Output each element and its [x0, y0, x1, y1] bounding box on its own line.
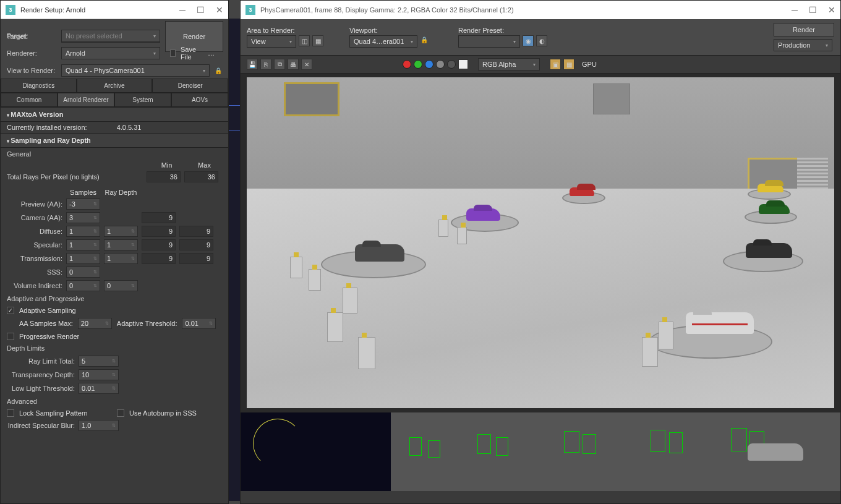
- transparency-depth-spinner[interactable]: 10: [79, 369, 119, 380]
- viewport-label: Viewport:: [349, 27, 448, 34]
- samples-spinner[interactable]: 1: [66, 226, 100, 237]
- value-2: 9: [179, 253, 213, 264]
- value-1: 9: [142, 253, 176, 264]
- row-label: Camera (AA):: [7, 214, 62, 221]
- samples-spinner[interactable]: 0: [66, 280, 100, 291]
- region-icon[interactable]: ◫: [299, 35, 310, 46]
- blue-channel-icon[interactable]: [425, 60, 433, 69]
- depth-spinner[interactable]: 1: [104, 253, 138, 264]
- delete-icon[interactable]: ✕: [301, 59, 312, 70]
- installed-version: 4.0.5.31: [117, 124, 142, 131]
- close-icon[interactable]: ✕: [828, 5, 835, 15]
- progressive-label: Progressive Render: [19, 333, 79, 340]
- sampling-row: SSS:0: [1, 265, 228, 279]
- crop-icon[interactable]: ▦: [312, 35, 323, 46]
- red-channel-icon[interactable]: [403, 60, 411, 69]
- save-file-browse[interactable]: …: [205, 48, 217, 58]
- autobump-checkbox[interactable]: [117, 409, 124, 417]
- tab-arnold-renderer[interactable]: Arnold Renderer: [58, 93, 114, 107]
- preset-icon-2[interactable]: ◐: [536, 35, 547, 46]
- copy-icon[interactable]: ⎘: [260, 59, 271, 70]
- maximize-icon[interactable]: ☐: [197, 5, 205, 15]
- adaptive-threshold-label: Adaptive Threshold:: [117, 320, 177, 327]
- samples-spinner[interactable]: 1: [66, 253, 100, 264]
- low-light-spinner[interactable]: 0.01: [79, 383, 119, 394]
- alpha-channel-icon[interactable]: [436, 60, 445, 69]
- tab-archive[interactable]: Archive: [77, 79, 153, 93]
- minimize-icon[interactable]: ─: [179, 5, 186, 15]
- transparency-depth-label: Transparency Depth:: [7, 371, 75, 378]
- total-rays-max: 36: [184, 171, 218, 182]
- value-1: 9: [142, 226, 176, 237]
- fb-icon-2[interactable]: ▦: [563, 59, 574, 70]
- close-icon[interactable]: ✕: [216, 5, 223, 15]
- sampling-row: Camera (AA):39: [1, 211, 228, 224]
- sampling-row: Specular:1199: [1, 238, 228, 252]
- ray-limit-label: Ray Limit Total:: [7, 357, 75, 365]
- viewport-lock-icon[interactable]: [420, 35, 429, 44]
- value-2: 9: [179, 239, 213, 250]
- renderer-dropdown[interactable]: Arnold: [61, 47, 160, 59]
- mono-channel-icon[interactable]: [447, 60, 456, 69]
- row-label: Volume Indirect:: [7, 282, 62, 289]
- samples-spinner[interactable]: 3: [66, 212, 100, 223]
- preset-icon-1[interactable]: ◉: [523, 35, 534, 46]
- lock-sampling-label: Lock Sampling Pattern: [19, 409, 112, 417]
- minimize-icon[interactable]: ─: [792, 5, 798, 15]
- tab-aovs[interactable]: AOVs: [171, 93, 228, 107]
- progressive-checkbox[interactable]: [7, 333, 14, 340]
- render-preset-dropdown[interactable]: [458, 35, 520, 48]
- depth-spinner[interactable]: 1: [104, 239, 138, 250]
- sampling-row: Preview (AA):-3: [1, 197, 228, 211]
- print-icon[interactable]: 🖶: [288, 59, 299, 70]
- wireframe-viewport[interactable]: [241, 412, 840, 491]
- preset-label: Preset:: [7, 32, 56, 40]
- production-dropdown[interactable]: Production: [774, 39, 832, 51]
- value-2: 9: [179, 226, 213, 237]
- tab-system[interactable]: System: [114, 93, 171, 107]
- channel-dropdown[interactable]: RGB Alpha: [478, 58, 540, 70]
- samples-header: Samples: [66, 189, 100, 196]
- render-window-title: PhysCamera001, frame 88, Display Gamma: …: [260, 6, 514, 14]
- tab-common[interactable]: Common: [1, 93, 58, 107]
- ray-limit-spinner[interactable]: 5: [79, 356, 119, 367]
- row-label: SSS:: [7, 268, 62, 276]
- depth-spinner[interactable]: 1: [104, 226, 138, 237]
- fb-icon-1[interactable]: ▣: [550, 59, 561, 70]
- save-file-checkbox[interactable]: [170, 49, 176, 57]
- preset-dropdown[interactable]: No preset selected: [61, 30, 160, 42]
- tab-diagnostics[interactable]: Diagnostics: [1, 79, 77, 93]
- sampling-header[interactable]: Sampling and Ray Depth: [1, 133, 228, 148]
- maximize-icon[interactable]: ☐: [809, 5, 817, 15]
- row-label: Specular:: [7, 241, 62, 249]
- aa-max-spinner[interactable]: 20: [78, 318, 112, 329]
- samples-spinner[interactable]: -3: [66, 199, 100, 210]
- lock-sampling-checkbox[interactable]: [7, 409, 14, 417]
- indirect-specular-spinner[interactable]: 1.0: [79, 420, 119, 431]
- renderer-label: Renderer:: [7, 49, 56, 57]
- view-to-render-dropdown[interactable]: Quad 4 - PhysCamera001: [61, 64, 210, 77]
- samples-spinner[interactable]: 1: [66, 239, 100, 250]
- render-button-main[interactable]: Render: [774, 23, 834, 36]
- render-viewport[interactable]: [241, 74, 840, 412]
- value-1: 9: [142, 239, 176, 250]
- samples-spinner[interactable]: 0: [66, 267, 100, 278]
- sampling-row: Diffuse:1199: [1, 224, 228, 238]
- min-header: Min: [150, 161, 184, 169]
- viewport-dropdown[interactable]: Quad 4…era001: [349, 35, 417, 48]
- green-channel-icon[interactable]: [414, 60, 422, 69]
- row-label: Diffuse:: [7, 228, 62, 235]
- tab-denoiser[interactable]: Denoiser: [152, 79, 228, 93]
- save-icon[interactable]: 💾: [247, 59, 258, 70]
- maxtoa-header[interactable]: MAXtoA Version: [1, 107, 228, 122]
- clone-icon[interactable]: ⧉: [274, 59, 285, 70]
- adaptive-sampling-checkbox[interactable]: [7, 307, 14, 314]
- depth-limits-header: Depth Limits: [1, 342, 228, 354]
- depth-spinner[interactable]: 0: [104, 280, 138, 291]
- area-to-render-label: Area to Render:: [247, 27, 333, 34]
- lock-icon[interactable]: [215, 66, 222, 75]
- swatch-icon[interactable]: [458, 59, 468, 69]
- area-dropdown[interactable]: View: [247, 35, 296, 48]
- adaptive-threshold-spinner[interactable]: 0.01: [182, 318, 216, 329]
- raydepth-header: Ray Depth: [104, 189, 138, 196]
